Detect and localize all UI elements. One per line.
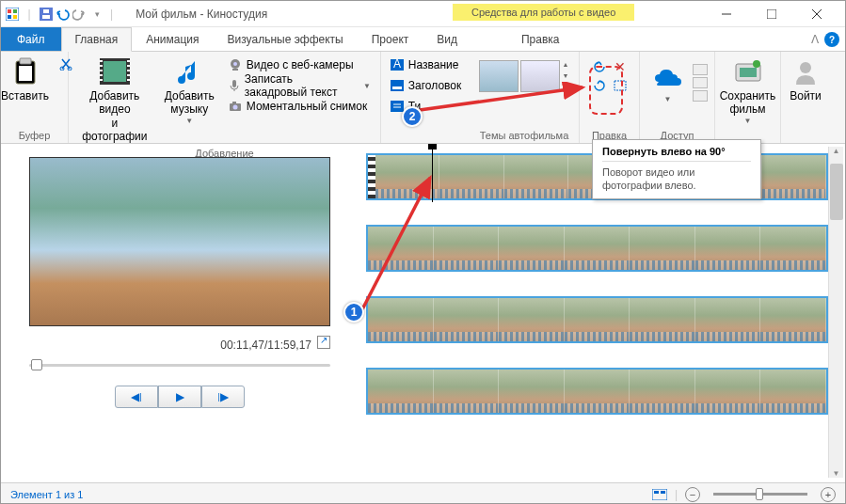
help-icon[interactable]: ? (824, 32, 839, 47)
svg-rect-33 (232, 69, 238, 71)
svg-rect-37 (232, 102, 236, 104)
svg-rect-26 (127, 60, 130, 62)
svg-rect-7 (43, 9, 49, 13)
ribbon-group-signin: Войти (781, 52, 830, 143)
svg-point-36 (232, 105, 237, 110)
scroll-thumb[interactable] (830, 164, 843, 220)
statusbar: Элемент 1 из 1 | − + (1, 482, 845, 504)
svg-rect-3 (8, 15, 11, 19)
tooltip-body: Поворот видео или фотографии влево. (602, 165, 751, 193)
fullscreen-icon[interactable] (317, 336, 330, 349)
seek-bar[interactable] (29, 357, 330, 372)
save-movie-button[interactable]: Сохранить фильм▼ (714, 55, 782, 127)
microphone-icon (228, 78, 241, 93)
onedrive-button[interactable]: ▼ (647, 60, 689, 106)
tab-animation[interactable]: Анимация (132, 27, 213, 51)
prev-frame-button[interactable]: ◀| (115, 386, 158, 408)
svg-point-49 (800, 62, 811, 73)
zoom-slider[interactable] (713, 493, 807, 496)
svg-rect-21 (100, 60, 103, 62)
zoom-in-button[interactable]: + (821, 487, 836, 502)
add-video-button[interactable]: Добавить видео и фотографии (74, 55, 155, 146)
vertical-scrollbar[interactable]: ▲ ▼ (828, 147, 843, 478)
ribbon-group-save: Сохранить фильм▼ (715, 52, 781, 143)
svg-rect-6 (42, 15, 50, 19)
add-music-button[interactable]: Добавить музыку▼ (159, 55, 220, 127)
undo-icon[interactable] (56, 7, 71, 22)
maximize-button[interactable] (755, 5, 789, 24)
svg-rect-4 (13, 15, 17, 19)
svg-text:A: A (393, 59, 401, 71)
webcam-icon (228, 57, 243, 72)
ribbon-group-share: ▼ Доступ (640, 52, 715, 143)
zoom-out-button[interactable]: − (685, 487, 700, 502)
save-icon[interactable] (39, 7, 54, 22)
clip-row[interactable] (366, 368, 828, 415)
time-display: 00:11,47/11:59,17 (29, 336, 330, 352)
title-button[interactable]: AНазвание (386, 55, 465, 75)
svg-rect-52 (661, 491, 665, 494)
svg-line-53 (420, 87, 583, 110)
divider: | (22, 7, 37, 22)
tab-file[interactable]: Файл (1, 27, 61, 51)
app-icon (5, 7, 20, 22)
user-icon (790, 56, 821, 87)
tab-view[interactable]: Вид (423, 27, 471, 51)
view-mode-icon[interactable] (652, 487, 667, 502)
seek-thumb[interactable] (31, 359, 42, 370)
narration-button[interactable]: Записать закадровый текст▼ (224, 75, 375, 96)
window-controls (710, 5, 841, 24)
svg-rect-24 (100, 74, 103, 76)
next-frame-button[interactable]: |▶ (201, 386, 245, 408)
tab-effects[interactable]: Визуальные эффекты (214, 27, 358, 51)
svg-rect-40 (391, 80, 404, 91)
svg-rect-28 (127, 70, 130, 71)
title-icon: A (390, 57, 405, 72)
share-gallery-item[interactable] (693, 64, 708, 75)
caption-icon (390, 78, 405, 93)
save-movie-icon (733, 56, 763, 87)
tab-project[interactable]: Проект (358, 27, 423, 51)
share-gallery-item[interactable] (693, 77, 708, 88)
svg-rect-1 (8, 9, 11, 13)
clipboard-icon (10, 56, 40, 87)
tab-edit[interactable]: Правка (507, 27, 574, 51)
tooltip: Повернуть влево на 90° Поворот видео или… (592, 139, 761, 199)
paste-button[interactable]: Вставить (0, 55, 55, 104)
divider: | (110, 8, 113, 21)
collapse-ribbon-icon[interactable]: ᐱ (811, 33, 819, 46)
svg-rect-51 (654, 491, 659, 494)
signin-button[interactable]: Войти (784, 55, 827, 104)
redo-icon[interactable] (72, 7, 88, 22)
callout-2: 2 (402, 106, 423, 127)
close-button[interactable] (800, 5, 834, 24)
minimize-button[interactable] (710, 5, 743, 24)
preview-pane: 00:11,47/11:59,17 ◀| ▶ |▶ (1, 144, 359, 482)
annotation-arrow-2 (415, 82, 594, 119)
svg-rect-22 (100, 65, 103, 67)
camera-icon (228, 99, 243, 114)
svg-rect-41 (392, 87, 402, 89)
quick-access-toolbar: | ▾ | (5, 7, 117, 22)
play-button[interactable]: ▶ (158, 386, 201, 408)
svg-rect-23 (100, 70, 103, 71)
preview-video[interactable] (29, 157, 330, 326)
zoom-thumb[interactable] (756, 488, 763, 500)
svg-rect-13 (20, 58, 31, 64)
svg-line-54 (360, 178, 430, 313)
context-tab-header: Средства для работы с видео (453, 4, 634, 21)
svg-rect-18 (104, 61, 126, 82)
tab-home[interactable]: Главная (61, 27, 133, 52)
share-gallery-item[interactable] (693, 90, 708, 102)
svg-point-48 (753, 60, 760, 68)
tooltip-title: Повернуть влево на 90° (602, 146, 751, 162)
qat-dropdown-icon[interactable]: ▾ (89, 7, 104, 22)
callout-1: 1 (343, 302, 364, 323)
snapshot-button[interactable]: Моментальный снимок (224, 96, 375, 117)
group-label-buffer: Буфер (19, 128, 51, 141)
svg-point-32 (233, 62, 237, 66)
svg-rect-30 (127, 79, 130, 81)
svg-rect-25 (100, 79, 103, 81)
filmstrip-icon (100, 56, 130, 87)
group-label-themes: Темы автофильма (480, 128, 569, 141)
